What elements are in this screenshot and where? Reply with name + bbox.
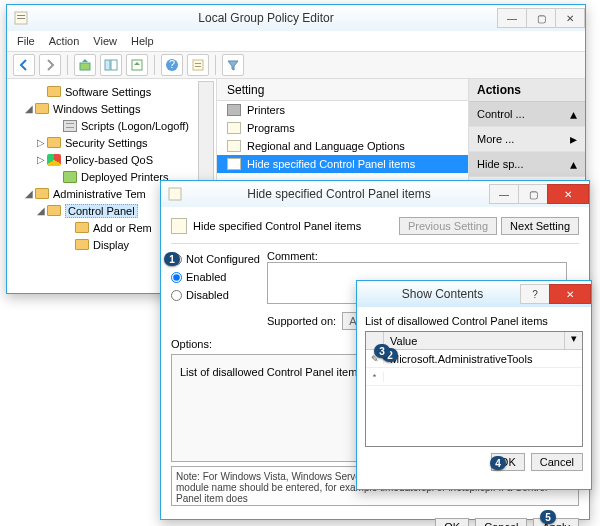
toolbar: ?: [7, 51, 585, 79]
minimize-button[interactable]: —: [497, 8, 527, 28]
action-item[interactable]: Hide sp...▴: [469, 152, 585, 177]
show-tree-button[interactable]: [100, 54, 122, 76]
list-item[interactable]: Hide specified Control Panel items: [217, 155, 468, 173]
comment-label: Comment:: [267, 250, 318, 262]
svg-rect-1: [17, 15, 25, 16]
policy-heading: Hide specified Control Panel items: [193, 220, 361, 232]
dialog-title: Hide specified Control Panel items: [189, 187, 489, 201]
cancel-button[interactable]: Cancel: [475, 518, 527, 526]
value-grid[interactable]: Value▾ Microsoft.AdministrativeTools: [365, 331, 583, 447]
menubar: File Action View Help: [7, 31, 585, 51]
titlebar: Local Group Policy Editor — ▢ ✕: [7, 5, 585, 31]
contents-caption: List of disallowed Control Panel items: [365, 315, 583, 327]
tree-node[interactable]: ▷Security Settings: [7, 134, 216, 151]
forward-button[interactable]: [39, 54, 61, 76]
option-text: List of disallowed Control Panel items: [180, 366, 363, 378]
svg-rect-4: [105, 60, 110, 70]
contents-cancel-button[interactable]: Cancel: [531, 453, 583, 471]
radio-enabled[interactable]: Enabled: [171, 268, 261, 286]
action-item[interactable]: More ...▸: [469, 127, 585, 152]
previous-setting-button[interactable]: Previous Setting: [399, 217, 497, 235]
window-title: Local Group Policy Editor: [35, 11, 497, 25]
dialog-minimize[interactable]: —: [489, 184, 519, 204]
annotation-badge-5: 5: [540, 510, 556, 524]
state-radios: Not Configured Enabled Disabled: [171, 250, 261, 304]
app-icon: [13, 10, 29, 26]
supported-label: Supported on:: [267, 315, 336, 327]
show-contents-dialog: Show Contents ?✕ List of disallowed Cont…: [356, 280, 592, 490]
svg-rect-11: [195, 66, 201, 67]
menu-view[interactable]: View: [93, 35, 117, 47]
close-button[interactable]: ✕: [555, 8, 585, 28]
contents-title: Show Contents: [365, 287, 520, 301]
tree-node[interactable]: Software Settings: [7, 83, 216, 100]
svg-rect-3: [80, 63, 90, 70]
column-header-setting[interactable]: Setting: [217, 79, 468, 101]
menu-help[interactable]: Help: [131, 35, 154, 47]
annotation-badge-4: 4: [490, 456, 506, 470]
menu-action[interactable]: Action: [49, 35, 80, 47]
policy-icon: [171, 218, 187, 234]
radio-disabled[interactable]: Disabled: [171, 286, 261, 304]
svg-rect-10: [195, 63, 201, 64]
grid-row[interactable]: Microsoft.AdministrativeTools: [366, 350, 582, 368]
export-button[interactable]: [126, 54, 148, 76]
dialog-close[interactable]: ✕: [547, 184, 589, 204]
column-value[interactable]: Value: [384, 335, 564, 347]
actions-header: Actions: [469, 79, 585, 102]
filter-button[interactable]: [222, 54, 244, 76]
dropdown-icon[interactable]: ▾: [564, 332, 582, 349]
annotation-badge-3: 3: [374, 344, 390, 358]
up-button[interactable]: [74, 54, 96, 76]
annotation-badge-1: 1: [164, 252, 180, 266]
action-item[interactable]: Control ...▴: [469, 102, 585, 127]
tree-node[interactable]: ◢Windows Settings: [7, 100, 216, 117]
contents-help[interactable]: ?: [520, 284, 550, 304]
grid-row-new[interactable]: [366, 368, 582, 386]
window-buttons: — ▢ ✕: [497, 8, 585, 28]
svg-rect-5: [111, 60, 117, 70]
dialog-titlebar: Hide specified Control Panel items —▢✕: [161, 181, 589, 207]
svg-rect-12: [169, 188, 181, 200]
new-row-icon: [366, 372, 384, 382]
tree-node[interactable]: Scripts (Logon/Logoff): [7, 117, 216, 134]
properties-button[interactable]: [187, 54, 209, 76]
ok-button[interactable]: OK: [435, 518, 469, 526]
contents-close[interactable]: ✕: [549, 284, 591, 304]
radio-not-configured[interactable]: Not Configured: [171, 250, 261, 268]
list-item[interactable]: Printers: [217, 101, 468, 119]
maximize-button[interactable]: ▢: [526, 8, 556, 28]
back-button[interactable]: [13, 54, 35, 76]
grid-header: Value▾: [366, 332, 582, 350]
help-button[interactable]: ?: [161, 54, 183, 76]
contents-titlebar: Show Contents ?✕: [357, 281, 591, 307]
grid-cell[interactable]: Microsoft.AdministrativeTools: [384, 353, 582, 365]
dialog-maximize[interactable]: ▢: [518, 184, 548, 204]
dialog-icon: [167, 186, 183, 202]
svg-text:?: ?: [169, 58, 175, 70]
list-item[interactable]: Regional and Language Options: [217, 137, 468, 155]
svg-rect-2: [17, 18, 25, 19]
list-item[interactable]: Programs: [217, 119, 468, 137]
next-setting-button[interactable]: Next Setting: [501, 217, 579, 235]
tree-node[interactable]: ▷Policy-based QoS: [7, 151, 216, 168]
menu-file[interactable]: File: [17, 35, 35, 47]
svg-rect-9: [193, 60, 203, 70]
